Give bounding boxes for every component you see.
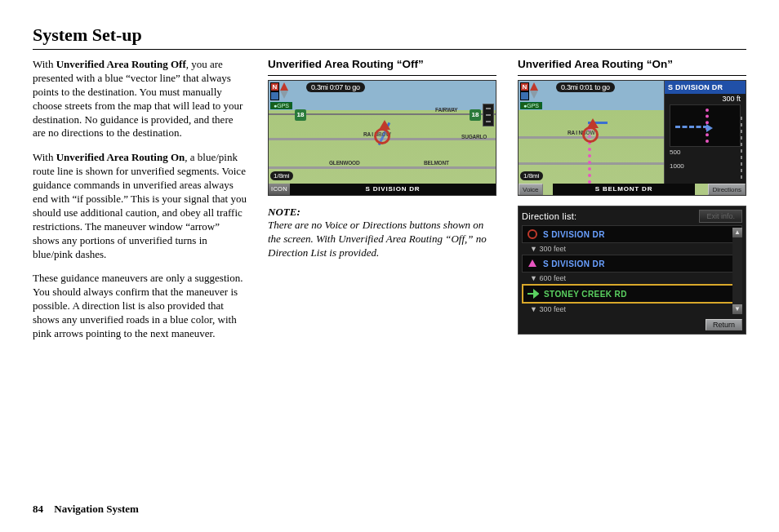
blue-arrow-icon	[706, 124, 713, 132]
text: , a blue/pink route line is shown for un…	[33, 151, 247, 259]
text: With	[33, 151, 56, 163]
note-label: NOTE:	[268, 206, 496, 219]
scale-indicator[interactable]: 1/8mi	[520, 171, 543, 180]
distance-time-status: 0.3mi 0:01 to go	[556, 82, 615, 92]
scroll-up-icon[interactable]: ▲	[732, 228, 742, 237]
pink-up-arrow-icon	[527, 258, 538, 269]
compass-s	[520, 91, 529, 100]
direction-row[interactable]: S DIVISION DR	[522, 225, 742, 243]
ruler-icon	[741, 117, 742, 180]
road-label: FAIRWAY	[435, 107, 458, 113]
page-title: System Set-up	[33, 24, 746, 50]
nav-screenshot-off: N 0.3mi 0:07 to go ●GPS 18 18 RA I NBOW …	[268, 80, 496, 196]
note-text: There are no Voice or Directions buttons…	[268, 219, 496, 260]
distance-time-status: 0.3mi 0:07 to go	[306, 82, 365, 92]
para-on: With Unverified Area Routing On, a blue/…	[33, 151, 247, 261]
direction-name: S DIVISION DR	[543, 230, 605, 239]
nav-screenshot-on: N 0.3mi 0:01 to go ●GPS RA I NBOW 1/8mi …	[518, 80, 746, 196]
scale-indicator[interactable]: 1/8mi	[270, 171, 293, 180]
scroll-down-icon[interactable]: ▼	[732, 304, 742, 314]
direction-row-selected[interactable]: STONEY CREEK RD	[522, 284, 742, 304]
direction-distance: ▼ 300 feet	[522, 245, 742, 253]
menu-icon[interactable]	[483, 104, 494, 126]
current-street-bar: S BELMONT DR	[553, 184, 695, 195]
direction-name: S DIVISION DR	[543, 259, 605, 268]
road	[269, 166, 496, 169]
direction-list-title: Direction list:	[522, 211, 576, 221]
road-label: SUGARLO	[461, 134, 487, 140]
turn-preview	[670, 104, 741, 147]
current-street-bar: S DIVISION DR	[290, 184, 496, 195]
direction-name: STONEY CREEK RD	[544, 290, 627, 299]
maneuver-panel: S DIVISION DR 300 ft 500 1000	[664, 81, 746, 184]
para-off: With Unverified Area Routing Off, you ar…	[33, 58, 247, 140]
col-2: Unverified Area Routing “Off” N 0.3mi 0:…	[268, 58, 496, 494]
compass-s	[270, 91, 279, 100]
road-label: BELMONT	[424, 160, 449, 166]
road-label: GLENWOOD	[329, 160, 359, 166]
bold-term: Unverified Area Routing Off	[56, 58, 186, 70]
svg-point-0	[528, 230, 536, 238]
off-heading: Unverified Area Routing “Off”	[268, 58, 496, 70]
next-street: S DIVISION DR	[665, 81, 746, 94]
green-right-arrow-icon	[527, 288, 539, 299]
exit-info-button[interactable]: Exit info.	[699, 210, 742, 223]
icon-button[interactable]: ICON	[269, 184, 290, 195]
page-number: 84	[33, 503, 43, 515]
col-1: With Unverified Area Routing Off, you ar…	[33, 58, 247, 494]
direction-distance: ▼ 300 feet	[522, 305, 742, 313]
scrollbar[interactable]: ▲ ▼	[732, 228, 742, 314]
compass-n: N	[520, 82, 529, 91]
directions-button[interactable]: Directions	[708, 184, 746, 195]
next-distance: 300 ft	[665, 95, 746, 103]
waypoint-icon	[527, 228, 538, 240]
vehicle-icon	[374, 128, 390, 144]
compass-icon[interactable]: N	[270, 82, 290, 102]
ruler-tick: 500	[665, 149, 746, 156]
direction-row[interactable]: S DIVISION DR	[522, 255, 742, 273]
voice-button[interactable]: Voice	[519, 184, 543, 195]
gps-indicator: ●GPS	[520, 102, 542, 109]
on-heading: Unverified Area Routing “On”	[518, 58, 746, 70]
page-footer: 84 Navigation System	[33, 503, 139, 516]
highway-shield-icon: 18	[295, 109, 306, 121]
direction-list-panel: Direction list: Exit info. S DIVISION DR…	[518, 206, 746, 335]
para-summary: These guidance maneuvers are only a sugg…	[33, 272, 247, 340]
rule	[518, 75, 746, 76]
compass-arrow-icon	[530, 82, 538, 100]
direction-list-header: Direction list: Exit info.	[522, 210, 742, 223]
return-button[interactable]: Return	[706, 319, 742, 330]
compass-icon[interactable]: N	[520, 82, 540, 102]
rule	[268, 75, 496, 76]
ruler-tick: 1000	[665, 162, 746, 170]
footer-label: Navigation System	[54, 503, 139, 515]
blue-dash-icon	[675, 126, 708, 128]
highway-shield-icon: 18	[470, 109, 481, 121]
vehicle-icon	[582, 126, 599, 143]
bold-term: Unverified Area Routing On	[56, 151, 185, 163]
compass-n: N	[270, 82, 279, 91]
direction-distance: ▼ 600 feet	[522, 274, 742, 282]
road	[519, 162, 664, 165]
columns: With Unverified Area Routing Off, you ar…	[33, 58, 746, 494]
compass-arrow-icon	[280, 82, 288, 100]
map-water	[269, 81, 496, 110]
gps-indicator: ●GPS	[270, 102, 292, 109]
text: With	[33, 58, 56, 70]
col-3: Unverified Area Routing “On” N 0.3mi 0:0…	[518, 58, 746, 494]
